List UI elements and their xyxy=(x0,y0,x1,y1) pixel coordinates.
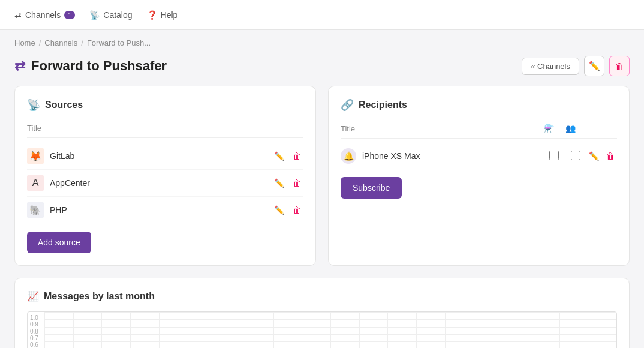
source-edit-button-2[interactable]: ✏️ xyxy=(272,204,287,216)
recip-group-check-0[interactable] xyxy=(571,151,580,160)
sources-table-header: Title xyxy=(27,121,303,138)
subscribe-button[interactable]: Subscribe xyxy=(341,177,402,199)
source-icon-0: 🦊 xyxy=(27,148,44,164)
source-row: 🦊 GitLab ✏️ 🗑 xyxy=(27,143,303,170)
chart-grid-vline xyxy=(245,312,245,348)
chart-y-labels: 1.00.90.80.70.60.50.40.3 xyxy=(28,312,44,348)
chart-grid xyxy=(44,312,616,348)
sources-heading: Sources xyxy=(45,100,83,110)
chart-card: 📈 Messages by last month 1.00.90.80.70.6… xyxy=(14,278,630,348)
sources-col-title: Title xyxy=(27,124,267,133)
sources-list: 🦊 GitLab ✏️ 🗑 A AppCenter ✏️ 🗑 🐘 PHP ✏️ … xyxy=(27,143,303,223)
recipients-card-header: 🔗 Recipients xyxy=(341,98,617,112)
chart-grid-vline xyxy=(330,312,331,348)
source-icon-1: A xyxy=(27,175,44,191)
trash-icon: 🗑 xyxy=(615,61,624,71)
help-icon: ❓ xyxy=(147,10,157,20)
navigation: ⇄ Channels 1 📡 Catalog ❓ Help xyxy=(0,0,644,30)
chart-y-label: 0.8 xyxy=(30,328,42,335)
chart-grid-vline xyxy=(188,312,188,348)
nav-catalog-label: Catalog xyxy=(103,10,132,20)
recip-col-title: Title xyxy=(341,124,538,133)
chart-grid-vline xyxy=(588,312,588,348)
nav-help-label: Help xyxy=(161,10,178,20)
source-edit-button-0[interactable]: ✏️ xyxy=(272,150,287,162)
breadcrumb-sep-1: / xyxy=(39,38,41,47)
back-channels-button[interactable]: « Channels xyxy=(522,58,579,75)
chart-grid-vline xyxy=(216,312,216,348)
recip-row-actions-0: ✏️ 🗑 xyxy=(586,150,617,162)
recip-name-0: iPhone XS Max xyxy=(362,151,543,161)
nav-channels-label: Channels xyxy=(25,10,61,20)
chart-grid-vline xyxy=(130,312,131,348)
source-row: 🐘 PHP ✏️ 🗑 xyxy=(27,197,303,223)
source-icon-2: 🐘 xyxy=(27,202,44,218)
chart-grid-vline xyxy=(387,312,388,348)
recipients-list: 🔔 iPhone XS Max ✏️ 🗑 xyxy=(341,143,617,169)
chart-grid-vline xyxy=(273,312,274,348)
chart-grid-vline xyxy=(474,312,474,348)
chart-y-label: 0.7 xyxy=(30,335,42,341)
breadcrumb-current: Forward to Push... xyxy=(87,38,151,47)
nav-catalog[interactable]: 📡 Catalog xyxy=(89,10,132,20)
recip-filter-icon: ⚗️ xyxy=(538,124,559,133)
channels-badge: 1 xyxy=(64,11,75,19)
source-delete-button-0[interactable]: 🗑 xyxy=(290,150,303,162)
source-edit-button-1[interactable]: ✏️ xyxy=(272,177,287,189)
recipient-row: 🔔 iPhone XS Max ✏️ 🗑 xyxy=(341,143,617,169)
breadcrumb: Home / Channels / Forward to Push... xyxy=(0,30,644,53)
nav-help[interactable]: ❓ Help xyxy=(147,10,178,20)
chart-grid-vline xyxy=(616,312,617,348)
delete-channel-button[interactable]: 🗑 xyxy=(609,56,630,76)
chart-grid-vline xyxy=(73,312,74,348)
page-title: ⇄ Forward to Pushsafer xyxy=(14,58,167,74)
breadcrumb-sep-2: / xyxy=(81,38,83,47)
source-delete-button-2[interactable]: 🗑 xyxy=(290,204,303,216)
chart-grid-vline xyxy=(159,312,160,348)
edit-channel-button[interactable]: ✏️ xyxy=(584,56,604,76)
chart-grid-vline xyxy=(302,312,302,348)
source-row: A AppCenter ✏️ 🗑 xyxy=(27,170,303,197)
recip-filter-check-0[interactable] xyxy=(549,151,559,160)
recip-edit-button-0[interactable]: ✏️ xyxy=(586,150,601,162)
catalog-icon: 📡 xyxy=(89,10,100,20)
chart-grid-vline xyxy=(531,312,531,348)
recip-checkbox-group-0[interactable] xyxy=(565,151,586,162)
source-delete-button-1[interactable]: 🗑 xyxy=(290,177,303,189)
recip-icon-0: 🔔 xyxy=(341,148,356,164)
source-row-actions-0: ✏️ 🗑 xyxy=(272,150,303,162)
chart-y-label: 0.9 xyxy=(30,321,42,328)
header-actions: « Channels ✏️ 🗑 xyxy=(522,56,630,76)
source-row-actions-1: ✏️ 🗑 xyxy=(272,177,303,189)
recip-group-icon: 👥 xyxy=(559,124,581,133)
add-source-button[interactable]: Add source xyxy=(27,232,91,253)
chart-grid-vline xyxy=(416,312,417,348)
recipients-heading: Recipients xyxy=(359,100,407,110)
recipients-icon: 🔗 xyxy=(341,98,354,112)
channels-icon: ⇄ xyxy=(14,10,22,20)
chart-heading: Messages by last month xyxy=(44,291,155,302)
chart-area: 1.00.90.80.70.60.50.40.3 xyxy=(27,311,617,348)
chart-grid-vline xyxy=(559,312,560,348)
chart-grid-vline xyxy=(101,312,102,348)
chart-icon: 📈 xyxy=(27,290,39,302)
breadcrumb-channels[interactable]: Channels xyxy=(44,38,77,47)
breadcrumb-home[interactable]: Home xyxy=(14,38,35,47)
chart-y-label: 1.0 xyxy=(30,314,42,321)
chart-grid-vline xyxy=(359,312,360,348)
chart-grid-vline xyxy=(445,312,446,348)
recip-delete-button-0[interactable]: 🗑 xyxy=(604,150,617,162)
nav-channels[interactable]: ⇄ Channels 1 xyxy=(14,10,75,20)
content-area: 📡 Sources Title 🦊 GitLab ✏️ 🗑 A AppCente… xyxy=(0,86,644,348)
source-name-2: PHP xyxy=(50,205,272,215)
page-title-text: Forward to Pushsafer xyxy=(31,58,167,74)
recipients-table-header: Title ⚗️ 👥 xyxy=(341,121,617,139)
source-name-0: GitLab xyxy=(50,151,272,161)
chart-grid-vline xyxy=(502,312,502,348)
sources-icon: 📡 xyxy=(27,98,40,112)
chart-grid-vline xyxy=(44,312,45,348)
chart-y-label: 0.6 xyxy=(30,341,42,348)
page-title-icon: ⇄ xyxy=(14,58,25,74)
recip-checkbox-filter-0[interactable] xyxy=(543,151,565,162)
edit-icon: ✏️ xyxy=(589,61,600,71)
